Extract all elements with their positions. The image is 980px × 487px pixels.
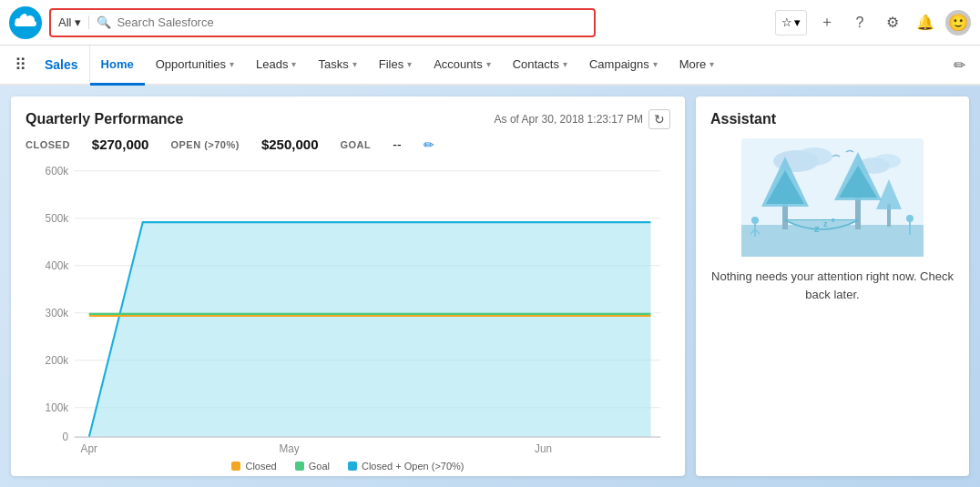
closed-value: $270,000 (92, 137, 149, 152)
search-all-chevron: ▾ (75, 15, 81, 29)
nav-item-opportunities[interactable]: Opportunities ▾ (145, 46, 245, 86)
svg-text:600k: 600k (46, 165, 69, 178)
refresh-button[interactable]: ↻ (648, 109, 670, 129)
search-all-label: All (58, 15, 71, 29)
chart-timestamp: As of Apr 30, 2018 1:23:17 PM ↻ (495, 109, 670, 129)
chart-area: 600k 500k 400k 300k 200k 100k 0 Apr May … (26, 161, 670, 457)
chart-svg: 600k 500k 400k 300k 200k 100k 0 Apr May … (26, 161, 670, 457)
app-name: Sales (34, 46, 90, 84)
svg-text:400k: 400k (46, 259, 69, 272)
goal-label: GOAL (341, 139, 372, 150)
chart-title: Quarterly Performance (26, 111, 183, 127)
chevron-down-icon: ▾ (709, 59, 714, 69)
avatar[interactable]: 🙂 (945, 10, 971, 36)
svg-point-39 (751, 217, 759, 224)
svg-text:100k: 100k (46, 401, 69, 414)
open-color-dot (348, 462, 357, 471)
app-launcher-button[interactable]: ⠿ (7, 46, 34, 84)
nav-item-campaigns[interactable]: Campaigns ▾ (578, 46, 669, 86)
nav-item-contacts-label: Contacts (513, 57, 559, 71)
nav-item-tasks[interactable]: Tasks ▾ (307, 46, 367, 86)
favorites-chevron-icon: ▾ (794, 15, 801, 29)
open-label: OPEN (>70%) (170, 139, 240, 150)
svg-text:300k: 300k (46, 307, 69, 320)
top-bar: All ▾ 🔍 ☆ ▾ ＋ ? ⚙ 🔔 🙂 (0, 0, 980, 46)
nav-items: Home Opportunities ▾ Leads ▾ Tasks ▾ Fil… (90, 46, 726, 84)
nav-item-contacts[interactable]: Contacts ▾ (502, 46, 578, 86)
closed-label: CLOSED (26, 139, 70, 150)
svg-rect-26 (741, 225, 924, 257)
chevron-down-icon: ▾ (407, 59, 412, 69)
legend-closed-label: Closed (245, 461, 276, 472)
svg-text:500k: 500k (46, 212, 69, 225)
edit-goal-button[interactable]: ✏ (424, 137, 434, 152)
chevron-down-icon: ▾ (230, 59, 234, 69)
open-value: $250,000 (261, 137, 319, 152)
svg-text:Apr: Apr (81, 442, 97, 455)
nav-item-home[interactable]: Home (90, 46, 145, 86)
svg-text:May: May (280, 442, 300, 455)
settings-button[interactable]: ⚙ (880, 10, 905, 36)
nav-edit-button[interactable]: ✏ (946, 46, 973, 84)
chevron-down-icon: ▾ (352, 59, 357, 69)
chart-legend: Closed Goal Closed + Open (>70%) (26, 461, 670, 472)
nav-item-accounts[interactable]: Accounts ▾ (423, 46, 501, 86)
main-content: Quarterly Performance As of Apr 30, 2018… (0, 86, 980, 487)
nav-item-leads[interactable]: Leads ▾ (245, 46, 307, 86)
nav-bar: ⠿ Sales Home Opportunities ▾ Leads ▾ Tas… (0, 46, 980, 86)
star-icon: ☆ (781, 15, 792, 29)
chart-header: Quarterly Performance As of Apr 30, 2018… (26, 109, 670, 129)
search-bar[interactable]: All ▾ 🔍 (49, 8, 596, 37)
nav-item-files[interactable]: Files ▾ (368, 46, 423, 86)
nav-item-leads-label: Leads (256, 57, 288, 71)
chart-stats: CLOSED $270,000 OPEN (>70%) $250,000 GOA… (26, 137, 670, 152)
chevron-down-icon: ▾ (563, 59, 567, 69)
closed-color-dot (231, 462, 240, 471)
svg-text:0: 0 (63, 431, 69, 443)
nav-item-more-label: More (679, 57, 707, 71)
search-all-button[interactable]: All ▾ (58, 15, 89, 29)
assistant-title: Assistant (710, 111, 776, 127)
search-icon: 🔍 (97, 15, 111, 29)
add-button[interactable]: ＋ (814, 10, 840, 36)
svg-text:z: z (832, 217, 835, 223)
svg-point-25 (873, 154, 901, 168)
search-input[interactable] (117, 15, 587, 29)
chevron-down-icon: ▾ (486, 59, 491, 69)
svg-text:Jun: Jun (535, 442, 552, 455)
legend-closed: Closed (231, 461, 276, 472)
svg-point-43 (906, 215, 914, 222)
nav-item-home-label: Home (101, 57, 134, 71)
nav-item-files-label: Files (379, 57, 403, 71)
assistant-panel: Assistant (696, 96, 969, 476)
svg-point-23 (796, 147, 832, 166)
svg-text:z: z (823, 219, 828, 228)
chevron-down-icon: ▾ (291, 59, 296, 69)
help-button[interactable]: ? (847, 10, 873, 36)
notifications-button[interactable]: 🔔 (913, 10, 938, 36)
favorites-button[interactable]: ☆ ▾ (775, 10, 807, 36)
svg-text:200k: 200k (46, 354, 69, 367)
nav-item-opportunities-label: Opportunities (156, 57, 226, 71)
legend-goal-label: Goal (309, 461, 330, 472)
nav-item-accounts-label: Accounts (434, 57, 482, 71)
assistant-illustration: z z z (741, 138, 924, 257)
chart-panel: Quarterly Performance As of Apr 30, 2018… (11, 96, 685, 476)
goal-color-dot (295, 462, 304, 471)
nav-item-campaigns-label: Campaigns (589, 57, 649, 71)
nav-item-tasks-label: Tasks (318, 57, 348, 71)
goal-value: -- (393, 137, 401, 152)
timestamp-text: As of Apr 30, 2018 1:23:17 PM (495, 113, 643, 126)
salesforce-logo (9, 6, 42, 39)
legend-open-label: Closed + Open (>70%) (362, 461, 464, 472)
assistant-message: Nothing needs your attention right now. … (710, 268, 954, 303)
svg-text:z: z (814, 223, 820, 234)
legend-open: Closed + Open (>70%) (348, 461, 464, 472)
legend-goal: Goal (295, 461, 330, 472)
svg-marker-17 (89, 222, 651, 437)
nav-item-more[interactable]: More ▾ (669, 46, 726, 86)
chevron-down-icon: ▾ (653, 59, 658, 69)
top-bar-actions: ☆ ▾ ＋ ? ⚙ 🔔 🙂 (775, 10, 971, 36)
